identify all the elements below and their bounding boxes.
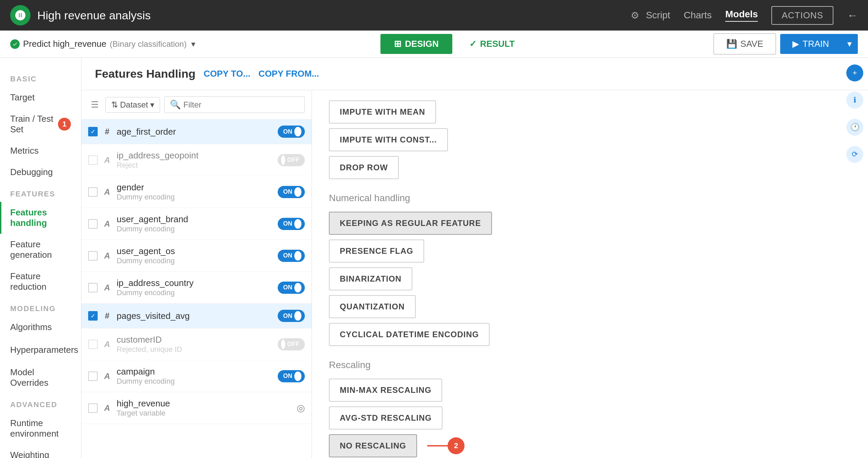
feature-name-customerid: customerID <box>117 335 273 345</box>
feature-row-high-revenue[interactable]: A high_revenue Target variable ◎ <box>81 392 312 424</box>
checkbox-customerid[interactable] <box>88 340 98 349</box>
hyperparameters-label: Hyperparameters <box>10 345 78 355</box>
feature-row-ip-geopoint[interactable]: A ip_address_geopoint Reject OFF <box>81 144 312 176</box>
add-icon[interactable]: + <box>846 64 863 81</box>
feature-row-customerid[interactable]: A customerID Rejected, unique ID OFF <box>81 328 312 360</box>
back-button[interactable]: ← <box>847 9 858 22</box>
sidebar-item-features-handling[interactable]: Features handling <box>0 202 81 234</box>
checkbox-high-revenue[interactable] <box>88 403 98 413</box>
toggle-campaign[interactable]: ON <box>278 370 305 382</box>
binarization-button[interactable]: BINARIZATION <box>329 267 412 290</box>
train-button[interactable]: ▶ TRAIN <box>780 34 841 54</box>
sync-icon[interactable]: ⟳ <box>846 146 863 163</box>
toggle-gender[interactable]: ON <box>278 186 305 198</box>
toggle-age[interactable]: ON <box>278 126 305 138</box>
checkbox-campaign[interactable] <box>88 371 98 381</box>
sidebar-item-debugging[interactable]: Debugging <box>0 161 81 183</box>
numerical-handling-options: KEEPING AS REGULAR FEATURE PRESENCE FLAG… <box>329 212 851 346</box>
sidebar-item-feature-reduction[interactable]: Feature reduction <box>0 266 81 298</box>
drop-row-button[interactable]: DROP ROW <box>329 156 399 179</box>
toggle-ip-country[interactable]: ON <box>278 282 305 294</box>
feature-name-age: age_first_order <box>117 127 273 137</box>
settings-icon[interactable]: ⚙ <box>631 10 639 21</box>
nav-charts[interactable]: Charts <box>684 10 711 21</box>
cyclical-datetime-button[interactable]: CYCLICAL DATETIME ENCODING <box>329 323 490 346</box>
collapse-button[interactable]: ☰ <box>88 98 101 111</box>
sidebar-item-feature-generation[interactable]: Feature generation <box>0 234 81 266</box>
toggle-ip-geopoint[interactable]: OFF <box>278 154 305 166</box>
annotation-badge-2: 2 <box>448 437 465 454</box>
feature-row-age[interactable]: ✓ # age_first_order ON <box>81 119 312 144</box>
toggle-user-agent-os[interactable]: ON <box>278 250 305 262</box>
content-area: Features Handling COPY TO... COPY FROM..… <box>81 58 868 458</box>
sidebar-item-weighting[interactable]: Weighting strategy <box>0 444 81 458</box>
train-group: ▶ TRAIN ▾ <box>780 34 858 54</box>
checkbox-pages-visited[interactable]: ✓ <box>88 311 98 321</box>
clock-icon[interactable]: 🕐 <box>846 119 863 136</box>
feature-row-pages-visited[interactable]: ✓ # pages_visited_avg ON <box>81 304 312 328</box>
feature-name-pages-visited: pages_visited_avg <box>117 311 273 321</box>
predict-dropdown-icon[interactable]: ▾ <box>191 39 195 49</box>
no-rescaling-button[interactable]: NO RESCALING <box>329 434 417 457</box>
numerical-handling-label: Numerical handling <box>329 193 851 204</box>
feature-row-user-agent-brand[interactable]: A user_agent_brand Dummy encoding ON <box>81 208 312 240</box>
search-icon: 🔍 <box>170 99 181 110</box>
feature-row-gender[interactable]: A gender Dummy encoding ON <box>81 176 312 208</box>
feature-sub-customerid: Rejected, unique ID <box>117 345 273 354</box>
min-max-button[interactable]: MIN-MAX RESCALING <box>329 379 442 402</box>
search-input[interactable] <box>183 100 299 110</box>
toggle-user-agent-brand[interactable]: ON <box>278 218 305 230</box>
feature-sub-gender: Dummy encoding <box>117 193 273 202</box>
toggle-customerid[interactable]: OFF <box>278 338 305 350</box>
presence-flag-button[interactable]: PRESENCE FLAG <box>329 240 424 263</box>
nav-models[interactable]: Models <box>725 9 758 22</box>
sidebar-item-train-test[interactable]: Train / Test Set 1 <box>0 108 81 140</box>
feature-sub-user-agent-os: Dummy encoding <box>117 256 273 265</box>
tab-result[interactable]: ✓ RESULT <box>456 34 528 54</box>
keeping-regular-button[interactable]: KEEPING AS REGULAR FEATURE <box>329 212 492 235</box>
tab-design[interactable]: ⊞ DESIGN <box>380 34 452 54</box>
actions-button[interactable]: ACTIONS <box>771 6 833 25</box>
impute-mean-button[interactable]: IMPUTE WITH MEAN <box>329 100 436 123</box>
predict-badge: Predict high_revenue (Binary classificat… <box>10 39 195 49</box>
sidebar-item-hyperparameters[interactable]: Hyperparameters 1 <box>0 338 81 362</box>
info-icon[interactable]: ℹ <box>846 92 863 109</box>
type-icon-ip-geopoint: A <box>102 155 112 165</box>
feature-name-gender: gender <box>117 182 273 193</box>
sidebar-item-target[interactable]: Target <box>0 87 81 108</box>
train-dropdown-button[interactable]: ▾ <box>841 34 858 54</box>
model-overrides-label: Model Overrides <box>10 367 71 388</box>
sidebar-item-algorithms[interactable]: Algorithms <box>0 317 81 338</box>
feature-row-campaign[interactable]: A campaign Dummy encoding ON <box>81 360 312 392</box>
feature-row-user-agent-os[interactable]: A user_agent_os Dummy encoding ON <box>81 240 312 272</box>
impute-options: IMPUTE WITH MEAN IMPUTE WITH CONST... DR… <box>329 100 851 179</box>
type-icon-user-agent-brand: A <box>102 219 112 229</box>
checkbox-gender[interactable] <box>88 187 98 197</box>
toggle-pages-visited[interactable]: ON <box>278 310 305 322</box>
checkbox-user-agent-os[interactable] <box>88 251 98 261</box>
sidebar-item-metrics[interactable]: Metrics <box>0 140 81 161</box>
sort-button[interactable]: ⇅ Dataset ▾ <box>105 97 160 113</box>
type-icon-customerid: A <box>102 340 112 349</box>
checkbox-age[interactable]: ✓ <box>88 127 98 136</box>
checkbox-ip-country[interactable] <box>88 283 98 292</box>
feature-row-ip-country[interactable]: A ip_address_country Dummy encoding ON <box>81 272 312 304</box>
nav-script[interactable]: Script <box>646 10 670 21</box>
feature-sub-ip-geopoint: Reject <box>117 161 273 170</box>
checkbox-user-agent-brand[interactable] <box>88 219 98 229</box>
quantization-button[interactable]: QUANTIZATION <box>329 295 416 318</box>
rescaling-section: Rescaling MIN-MAX RESCALING AVG-STD RESC… <box>329 360 851 457</box>
save-button[interactable]: 💾 SAVE <box>713 33 776 55</box>
sidebar-item-runtime[interactable]: Runtime environment <box>0 413 81 444</box>
type-icon-ip-country: A <box>102 283 112 292</box>
runtime-label: Runtime environment <box>10 418 71 439</box>
impute-const-button[interactable]: IMPUTE WITH CONST... <box>329 128 448 151</box>
copy-from-button[interactable]: COPY FROM... <box>258 69 319 79</box>
debugging-label: Debugging <box>10 167 53 177</box>
checkbox-ip-geopoint[interactable] <box>88 155 98 165</box>
avg-std-button[interactable]: AVG-STD RESCALING <box>329 406 442 430</box>
sidebar-item-model-overrides[interactable]: Model Overrides <box>0 362 81 394</box>
feature-sub-ip-country: Dummy encoding <box>117 288 273 297</box>
copy-to-button[interactable]: COPY TO... <box>204 69 251 79</box>
target-label: Target <box>10 92 35 103</box>
